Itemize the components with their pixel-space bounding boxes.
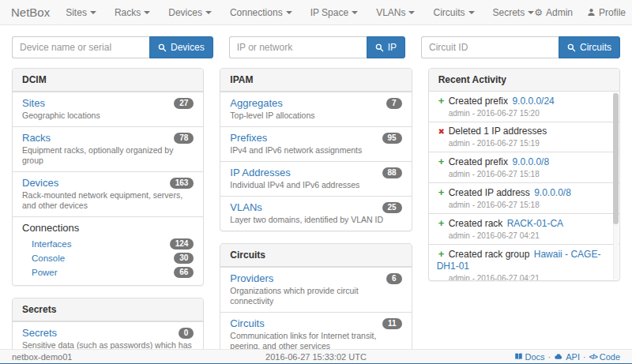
count-badge: 78 [174, 133, 194, 144]
circuits-link[interactable]: Circuits [230, 317, 264, 329]
panel-ipam: IPAM Aggregates 7 Top-level IP allocatio… [220, 68, 412, 231]
search-row: Devices IP Circuits [0, 25, 632, 68]
nav-item-label: Secrets [493, 7, 525, 18]
providers-link[interactable]: Providers [230, 272, 273, 284]
item-description: Layer two domains, identified by VLAN ID [230, 215, 401, 225]
activity-scrollbar-track[interactable] [613, 92, 619, 280]
activity-action: Created prefix [449, 96, 508, 107]
count-badge: 0 [179, 328, 194, 339]
code-link[interactable]: </> Code [589, 352, 620, 362]
nav-item-label: Connections [230, 7, 283, 18]
activity-item: +Created rack RACK-01-CA admin - 2016-06… [429, 213, 619, 244]
nav-item-ip-space[interactable]: IP Space [310, 7, 358, 18]
panel-title: IPAM [220, 69, 411, 92]
nav-item-devices[interactable]: Devices [168, 7, 212, 18]
book-icon [514, 352, 523, 361]
item-description: Geographic locations [22, 111, 194, 121]
device-search-button-label: Devices [171, 42, 205, 53]
ip-search-group: IP [229, 36, 405, 58]
docs-label[interactable]: Docs [525, 352, 545, 362]
plus-icon: + [437, 217, 446, 229]
list-item: Circuits 11 Communication links for Inte… [220, 312, 411, 349]
count-badge: 7 [386, 98, 402, 109]
nav-item-vlans[interactable]: VLANs [376, 7, 415, 18]
vlans-link[interactable]: VLANs [230, 201, 261, 213]
nav-item-label: VLANs [376, 7, 405, 18]
activity-meta: admin - 2016-06-27 04:21 [437, 231, 607, 241]
activity-item: +Created prefix 9.0.0.0/8 admin - 2016-0… [429, 152, 619, 182]
aggregates-link[interactable]: Aggregates [230, 97, 283, 109]
item-description: IPv4 and IPv6 network assignments [230, 145, 401, 156]
footer-separator: · [548, 352, 551, 362]
device-search-input[interactable] [12, 36, 149, 58]
activity-target-link[interactable]: 9.0.0.0/8 [512, 156, 549, 167]
nav-item-sites[interactable]: Sites [66, 7, 96, 18]
prefixes-link[interactable]: Prefixes [230, 132, 267, 144]
admin-link[interactable]: ⚙ Admin [534, 7, 573, 18]
count-badge: 30 [174, 253, 194, 264]
ip-search-button[interactable]: IP [367, 36, 405, 58]
docs-link[interactable]: Docs [514, 352, 545, 362]
activity-item: ✖Deleted 1 IP addresses admin - 2016-06-… [429, 122, 619, 152]
circuit-search-group: Circuits [421, 36, 620, 58]
ip-search-input[interactable] [229, 36, 367, 58]
list-item: Prefixes 95 IPv4 and IPv6 network assign… [220, 126, 411, 161]
delete-icon: ✖ [437, 126, 446, 137]
count-badge: 11 [382, 318, 402, 329]
circuit-search-input[interactable] [421, 36, 559, 58]
list-item: Providers 6 Organizations which provide … [220, 267, 411, 312]
circuit-search-button[interactable]: Circuits [559, 36, 620, 58]
panel-circuits: Circuits Providers 6 Organizations which… [220, 243, 412, 349]
list-item: Racks 78 Equipment racks, optionally org… [13, 126, 203, 171]
nav-item-secrets[interactable]: Secrets [493, 7, 535, 18]
nav-item-racks[interactable]: Racks [115, 7, 150, 18]
activity-target-link[interactable]: 9.0.0.0/8 [534, 187, 571, 198]
activity-scrollbar-thumb[interactable] [613, 93, 619, 224]
chevron-down-icon [352, 11, 358, 14]
console-link[interactable]: Console [32, 253, 65, 263]
power-link[interactable]: Power [32, 268, 58, 277]
count-badge: 163 [170, 178, 194, 189]
column-activity: Recent Activity +Created prefix 9.0.0.0/… [428, 68, 620, 349]
item-description: Communication links for Internet transit… [230, 331, 401, 349]
activity-list: +Created prefix 9.0.0.0/24 admin - 2016-… [429, 92, 619, 280]
count-badge: 66 [174, 267, 194, 278]
activity-target-link[interactable]: RACK-01-CA [507, 218, 563, 229]
dashboard-content: DCIM Sites 27 Geographic locations Racks… [0, 68, 632, 349]
panel-title: Recent Activity [429, 69, 619, 92]
count-badge: 25 [382, 202, 402, 213]
nav-item-circuits[interactable]: Circuits [433, 7, 474, 18]
api-label[interactable]: API [566, 352, 580, 362]
footer-links: Docs · API · </> Code [462, 352, 620, 362]
activity-item: +Created prefix 9.0.0.0/24 admin - 2016-… [429, 92, 619, 122]
activity-target-link[interactable]: 9.0.0.0/24 [512, 96, 554, 107]
secrets-link[interactable]: Secrets [22, 327, 57, 339]
ip-addresses-link[interactable]: IP Addresses [230, 167, 290, 178]
plus-icon: + [437, 186, 446, 198]
device-search-button[interactable]: Devices [149, 36, 213, 58]
devices-link[interactable]: Devices [22, 177, 58, 189]
item-description: Top-level IP allocations [230, 111, 401, 121]
nav-item-connections[interactable]: Connections [230, 7, 292, 18]
api-link[interactable]: API [554, 352, 580, 362]
sites-link[interactable]: Sites [22, 97, 45, 109]
panel-recent-activity: Recent Activity +Created prefix 9.0.0.0/… [428, 68, 620, 281]
activity-meta: admin - 2016-06-27 04:21 [437, 273, 607, 280]
cloud-icon [554, 352, 563, 361]
profile-link[interactable]: Profile [587, 7, 626, 18]
list-item: Secrets 0 Sensitive data (such as passwo… [13, 321, 203, 349]
activity-action: Deleted 1 IP addresses [449, 126, 547, 137]
activity-action: Created prefix [449, 156, 508, 167]
list-item: Sites 27 Geographic locations [13, 92, 203, 126]
code-label[interactable]: Code [600, 352, 620, 362]
chevron-down-icon [205, 11, 212, 14]
chevron-down-icon [286, 11, 292, 14]
circuit-search-button-label: Circuits [580, 42, 611, 53]
brand-logo[interactable]: NetBox [11, 6, 50, 19]
activity-meta: admin - 2016-06-27 15:18 [437, 169, 607, 179]
panel-dcim: DCIM Sites 27 Geographic locations Racks… [12, 68, 204, 286]
nav-item-label: Devices [168, 7, 202, 18]
racks-link[interactable]: Racks [22, 132, 51, 144]
interfaces-link[interactable]: Interfaces [32, 239, 72, 249]
panel-title: Secrets [13, 298, 203, 321]
